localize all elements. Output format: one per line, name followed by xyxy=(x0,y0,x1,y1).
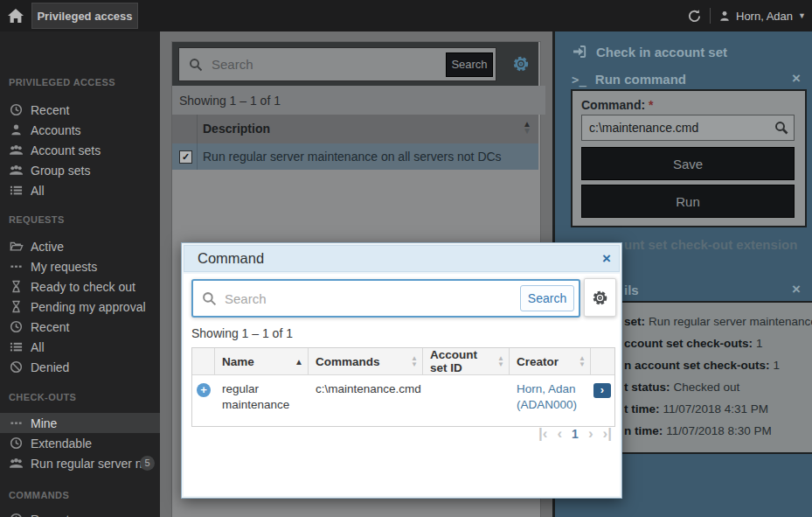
current-page: 1 xyxy=(572,427,579,441)
grid-search-box: Search xyxy=(178,47,496,81)
folder-open-icon xyxy=(9,241,24,252)
dialog-body: Search Showing 1 – 1 of 1 Name▲ Commands… xyxy=(184,274,620,496)
search-icon[interactable] xyxy=(774,121,788,135)
sidebar-item-active[interactable]: Active xyxy=(0,236,160,256)
extension-header-fragment[interactable]: unt set check-out extension xyxy=(624,237,797,252)
sidebar-item-all-privileged[interactable]: All xyxy=(0,180,160,200)
sidebar-section-commands: COMMANDS xyxy=(9,490,69,500)
sidebar-item-recent-requests[interactable]: Recent xyxy=(0,317,160,337)
next-page-icon[interactable]: › xyxy=(588,425,593,443)
details-line: set:Run regular server maintenance xyxy=(624,311,812,332)
dialog-search-button[interactable]: Search xyxy=(520,285,574,311)
cell-actions: › xyxy=(591,375,614,426)
run-command-header[interactable]: >_ Run command xyxy=(572,72,686,87)
sidebar-item-recent-commands[interactable]: Recent xyxy=(0,509,160,517)
dialog-settings-button[interactable] xyxy=(584,278,616,317)
command-label: Command: * xyxy=(581,98,653,112)
sidebar-section-requests: REQUESTS xyxy=(9,214,65,225)
sidebar-item-all-requests[interactable]: All xyxy=(0,337,160,357)
creator-link[interactable]: Horn, Adan(ADAN000) xyxy=(510,375,591,426)
home-button[interactable] xyxy=(5,5,26,26)
save-button[interactable]: Save xyxy=(581,147,795,180)
top-bar: Privileged access Horn, Adan ▼ xyxy=(0,0,812,31)
check-in-account-set-header[interactable]: Check in account set xyxy=(572,44,727,59)
ellipsis-icon xyxy=(9,260,24,273)
row-description: Run regular server maintenance on all se… xyxy=(203,143,502,170)
clock-icon xyxy=(9,437,24,450)
terminal-icon: >_ xyxy=(572,73,586,87)
first-page-icon[interactable]: |‹ xyxy=(538,425,547,443)
column-name[interactable]: Name▲ xyxy=(215,348,309,374)
details-line: ccount set check-outs:1 xyxy=(624,332,812,354)
prev-page-icon[interactable]: ‹ xyxy=(557,425,562,443)
cell-account-set-id xyxy=(423,375,510,426)
gear-icon xyxy=(592,290,608,306)
app-window: Privileged access Horn, Adan ▼ PRIVILEGE… xyxy=(0,0,812,517)
sidebar-item-denied[interactable]: Denied xyxy=(0,357,160,377)
sidebar-item-pending-my-approval[interactable]: Pending my approval xyxy=(0,297,160,317)
dialog-showing-count: Showing 1 – 1 of 1 xyxy=(191,326,293,340)
last-page-icon[interactable]: ›| xyxy=(603,425,612,443)
grid-table-row[interactable]: ✓ Run regular server maintenance on all … xyxy=(172,143,538,170)
grid-search-input[interactable] xyxy=(210,56,446,73)
search-icon xyxy=(202,291,217,306)
dialog-table-header: Name▲ Commands▲▼ Account set ID▲▼ Creato… xyxy=(192,348,614,374)
sidebar-item-my-requests[interactable]: My requests xyxy=(0,256,160,276)
list-icon xyxy=(9,184,24,197)
sidebar-item-group-sets[interactable]: Group sets xyxy=(0,160,160,180)
close-icon[interactable]: × xyxy=(792,72,801,86)
search-icon xyxy=(189,58,203,72)
sidebar-item-accounts[interactable]: Accounts xyxy=(0,120,160,140)
column-commands[interactable]: Commands▲▼ xyxy=(309,348,423,374)
row-checkbox[interactable]: ✓ xyxy=(179,150,192,164)
user-menu[interactable]: Horn, Adan ▼ xyxy=(718,0,806,31)
details-line: n account set check-outs:1 xyxy=(624,354,812,376)
sidebar: PRIVILEGED ACCESS Recent Accounts Accoun… xyxy=(0,31,160,517)
user-icon xyxy=(718,10,731,23)
close-icon[interactable]: × xyxy=(602,250,611,268)
sidebar-item-run-regular-server[interactable]: Run regular server n 5 xyxy=(0,453,160,473)
clock-icon xyxy=(9,103,24,116)
cell-name: regular maintenance xyxy=(215,375,309,426)
refresh-button[interactable] xyxy=(686,8,702,24)
tab-privileged-access[interactable]: Privileged access xyxy=(31,3,138,29)
clock-icon xyxy=(9,513,24,517)
run-button[interactable]: Run xyxy=(581,185,795,218)
topbar-divider xyxy=(710,8,711,24)
sidebar-item-account-sets[interactable]: Account sets xyxy=(0,140,160,160)
sidebar-item-mine[interactable]: Mine xyxy=(0,413,160,433)
sidebar-item-recent[interactable]: Recent xyxy=(0,100,160,120)
column-expand xyxy=(192,348,215,374)
denied-icon xyxy=(9,360,24,374)
close-icon[interactable]: × xyxy=(792,283,801,297)
grid-table-header[interactable]: Description ▲▼ xyxy=(172,115,538,143)
dialog-table-row[interactable]: + regular maintenance c:\maintenance.cmd… xyxy=(192,374,614,426)
sort-icons: ▲▼ xyxy=(411,355,418,367)
run-command-form: Command: * Save Run xyxy=(571,89,807,227)
sidebar-section-check-outs: CHECK-OUTS xyxy=(9,392,76,402)
expand-plus-icon[interactable]: + xyxy=(197,383,211,397)
command-field[interactable] xyxy=(582,120,774,136)
column-account-set-id[interactable]: Account set ID▲▼ xyxy=(423,348,510,374)
required-asterisk: * xyxy=(649,98,653,112)
sidebar-section-privileged-access: PRIVILEGED ACCESS xyxy=(9,77,115,87)
gear-icon[interactable] xyxy=(512,55,530,73)
sidebar-item-extendable[interactable]: Extendable xyxy=(0,433,160,453)
dialog-titlebar: Command × xyxy=(184,245,620,272)
grid-showing-count: Showing 1 – 1 of 1 xyxy=(172,86,545,115)
grid-toolbar: Search xyxy=(172,42,538,86)
cell-commands: c:\maintenance.cmd xyxy=(309,375,423,426)
dialog-table: Name▲ Commands▲▼ Account set ID▲▼ Creato… xyxy=(191,347,615,427)
command-dialog: Command × Search Showing 1 – 1 of 1 xyxy=(181,242,622,499)
sidebar-item-ready-to-check-out[interactable]: Ready to check out xyxy=(0,276,160,297)
group-icon xyxy=(9,457,24,470)
row-action-button[interactable]: › xyxy=(593,383,611,398)
cell-expand: + xyxy=(192,375,215,426)
dialog-search-input[interactable] xyxy=(223,290,520,307)
home-icon xyxy=(7,8,24,24)
grid-search-button[interactable]: Search xyxy=(446,52,493,77)
column-creator[interactable]: Creator▲▼ xyxy=(510,348,591,374)
details-line: t status:Checked out xyxy=(624,376,812,398)
list-icon xyxy=(9,340,24,353)
dialog-title: Command xyxy=(198,250,264,267)
